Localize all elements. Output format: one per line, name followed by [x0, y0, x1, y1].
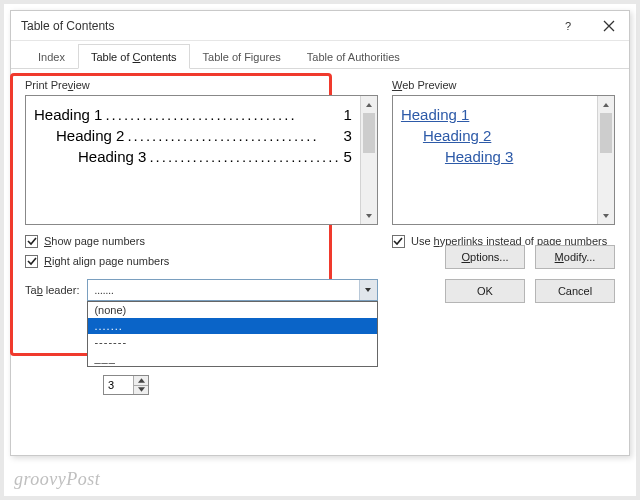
- toc-dialog: Table of Contents ? Index Table of Conte…: [10, 10, 630, 456]
- web-link[interactable]: Heading 3: [445, 148, 513, 165]
- tab-leader-dropdown[interactable]: (none) ....... ------- ___: [87, 301, 377, 367]
- modify-button[interactable]: Modify...: [535, 245, 615, 269]
- toc-row: Heading 1 ..............................…: [34, 106, 352, 123]
- titlebar: Table of Contents ?: [11, 11, 629, 41]
- tab-leader-label: Tab leader:: [25, 284, 79, 296]
- tab-table-of-figures[interactable]: Table of Figures: [190, 44, 294, 69]
- preview-scrollbar[interactable]: [360, 96, 377, 224]
- web-link[interactable]: Heading 2: [423, 127, 491, 144]
- print-preview-label: Print Preview: [25, 79, 378, 91]
- web-toc-row: Heading 1: [401, 106, 589, 123]
- dialog-title: Table of Contents: [21, 19, 114, 33]
- right-align-label: Right align page numbers: [44, 255, 169, 267]
- show-page-numbers-checkbox[interactable]: [25, 235, 38, 248]
- web-toc-row: Heading 3: [401, 148, 589, 165]
- watermark: groovyPost: [14, 469, 100, 490]
- scroll-down-icon[interactable]: [361, 207, 377, 224]
- levels-value[interactable]: 3: [104, 379, 133, 391]
- scroll-thumb[interactable]: [363, 113, 375, 153]
- web-link[interactable]: Heading 1: [401, 106, 469, 123]
- toc-row: Heading 3 ..............................…: [34, 148, 352, 165]
- scroll-down-icon[interactable]: [598, 207, 614, 224]
- tab-table-of-authorities[interactable]: Table of Authorities: [294, 44, 413, 69]
- tab-leader-combo[interactable]: ....... (none) ....... ------- ___: [87, 279, 377, 301]
- show-levels-spinner[interactable]: 3: [103, 375, 149, 395]
- web-toc-row: Heading 2: [401, 127, 589, 144]
- tab-strip: Index Table of Contents Table of Figures…: [11, 41, 629, 69]
- tab-table-of-contents[interactable]: Table of Contents: [78, 44, 190, 69]
- right-align-checkbox[interactable]: [25, 255, 38, 268]
- tab-leader-option-none[interactable]: (none): [88, 302, 376, 318]
- use-hyperlinks-checkbox[interactable]: [392, 235, 405, 248]
- close-button[interactable]: [589, 11, 629, 41]
- svg-text:?: ?: [565, 20, 571, 32]
- show-page-numbers-label: Show page numbers: [44, 235, 145, 247]
- tab-leader-option-dots[interactable]: .......: [88, 318, 376, 334]
- print-preview-box: Heading 1 ..............................…: [25, 95, 378, 225]
- toc-row: Heading 2 ..............................…: [34, 127, 352, 144]
- cancel-button[interactable]: Cancel: [535, 279, 615, 303]
- preview-scrollbar[interactable]: [597, 96, 614, 224]
- print-preview-section: Print Preview Heading 1 ................…: [25, 79, 378, 301]
- spinner-down-icon[interactable]: [134, 385, 148, 395]
- scroll-thumb[interactable]: [600, 113, 612, 153]
- scroll-up-icon[interactable]: [361, 96, 377, 113]
- tab-leader-option-dashes[interactable]: -------: [88, 334, 376, 350]
- chevron-down-icon[interactable]: [359, 280, 377, 300]
- spinner-up-icon[interactable]: [134, 376, 148, 385]
- scroll-up-icon[interactable]: [598, 96, 614, 113]
- web-preview-box: Heading 1 Heading 2 Heading 3: [392, 95, 615, 225]
- help-button[interactable]: ?: [549, 11, 589, 41]
- tab-leader-value: .......: [88, 284, 358, 296]
- web-preview-label: Web Preview: [392, 79, 615, 91]
- tab-index[interactable]: Index: [25, 44, 78, 69]
- tab-leader-option-underline[interactable]: ___: [88, 350, 376, 366]
- ok-button[interactable]: OK: [445, 279, 525, 303]
- options-button[interactable]: Options...: [445, 245, 525, 269]
